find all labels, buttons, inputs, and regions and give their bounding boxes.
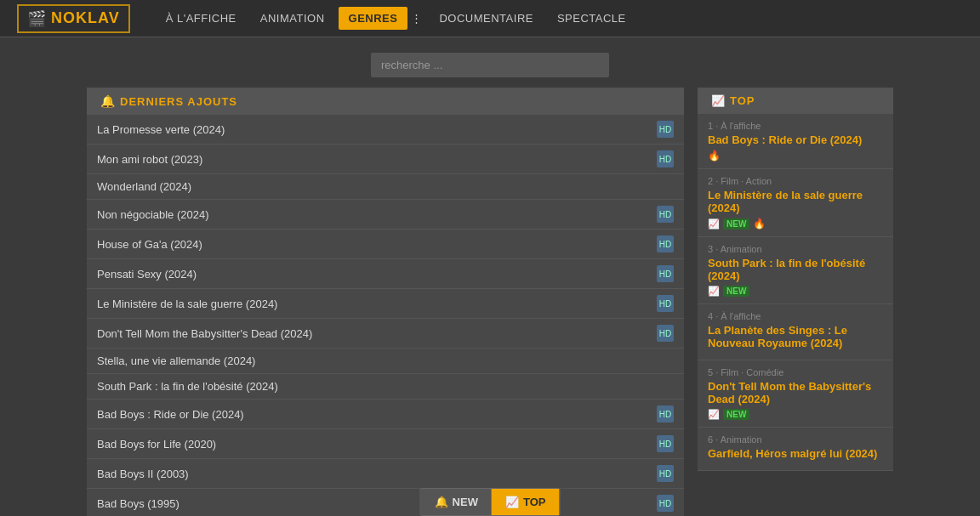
movie-title: La Promesse verte (2024) — [97, 123, 652, 136]
top-item-title: Don't Tell Mom the Babysitter's Dead (20… — [708, 380, 883, 405]
nav-link-animation[interactable]: ANIMATION — [250, 7, 335, 30]
top-item-title: South Park : la fin de l'obésité (2024) — [708, 257, 883, 282]
fire-icon: 🔥 — [708, 150, 721, 162]
list-item[interactable]: Wonderland (2024) — [87, 174, 684, 200]
nav-item-documentaire[interactable]: DOCUMENTAIRE — [429, 7, 543, 30]
hd-badge: HD — [657, 325, 674, 342]
hd-badge: HD — [657, 235, 674, 252]
top-item[interactable]: 3 · Animation South Park : la fin de l'o… — [698, 237, 893, 304]
hd-badge: HD — [657, 465, 674, 482]
trending-icon: 📈 — [711, 94, 725, 107]
nav-item-genres[interactable]: GENRES ⋮ — [339, 7, 426, 30]
nav-link-affiche[interactable]: À L'AFFICHE — [156, 7, 247, 30]
top-item[interactable]: 5 · Film · Comédie Don't Tell Mom the Ba… — [698, 360, 893, 428]
top-item-badges: 📈NEW — [708, 409, 883, 420]
navbar: 🎬 NOKLAV À L'AFFICHE ANIMATION GENRES ⋮ … — [0, 0, 980, 37]
nav-link-genres[interactable]: GENRES — [339, 7, 408, 30]
movie-title: Bad Boys (1995) — [97, 497, 652, 510]
derniers-ajouts-panel: 🔔 DERNIERS AJOUTS La Promesse verte (202… — [87, 88, 684, 516]
top-item-badges: 📈NEW🔥 — [708, 218, 883, 230]
fire-icon: 🔥 — [753, 218, 766, 230]
list-item[interactable]: Don't Tell Mom the Babysitter's Dead (20… — [87, 319, 684, 349]
list-item[interactable]: Mon ami robot (2023) HD — [87, 145, 684, 174]
new-badge: NEW — [723, 286, 749, 297]
arrow-icon: 📈 — [708, 286, 720, 297]
top-item-meta: 4 · À l'affiche — [708, 311, 883, 321]
list-item[interactable]: Pensati Sexy (2024) HD — [87, 259, 684, 289]
hd-badge: HD — [657, 405, 674, 422]
list-item[interactable]: Bad Boys : Ride or Die (2024) HD — [87, 400, 684, 429]
movie-title: Don't Tell Mom the Babysitter's Dead (20… — [97, 327, 652, 340]
list-item[interactable]: Bad Boys II (2003) HD — [87, 459, 684, 489]
hd-badge: HD — [657, 121, 674, 138]
list-item[interactable]: Bad Boys (1995) HD — [87, 489, 684, 516]
list-item[interactable]: Stella, une vie allemande (2024) — [87, 349, 684, 374]
list-item[interactable]: Bad Boys for Life (2020) HD — [87, 429, 684, 459]
top-item-meta: 3 · Animation — [708, 244, 883, 254]
bottom-top-button[interactable]: 📈 TOP — [492, 489, 560, 515]
derniers-ajouts-header: 🔔 DERNIERS AJOUTS — [87, 88, 684, 115]
top-list: 1 · À l'affiche Bad Boys : Ride or Die (… — [698, 114, 893, 471]
derniers-ajouts-title: DERNIERS AJOUTS — [120, 95, 237, 108]
top-item[interactable]: 4 · À l'affiche La Planète des Singes : … — [698, 304, 893, 360]
movie-title: Bad Boys : Ride or Die (2024) — [97, 408, 652, 421]
movie-list: La Promesse verte (2024) HD Mon ami robo… — [87, 115, 684, 516]
hd-badge: HD — [657, 150, 674, 167]
logo-text: NOKLAV — [51, 9, 120, 27]
top-title: TOP — [730, 94, 755, 107]
hd-badge: HD — [657, 495, 674, 512]
top-item[interactable]: 6 · Animation Garfield, Héros malgré lui… — [698, 428, 893, 471]
logo-icon: 🎬 — [27, 9, 46, 28]
list-item[interactable]: La Promesse verte (2024) HD — [87, 115, 684, 145]
hd-badge: HD — [657, 265, 674, 282]
top-item-meta: 1 · À l'affiche — [708, 121, 883, 131]
movie-title: South Park : la fin de l'obésité (2024) — [97, 380, 674, 393]
top-item-title: La Planète des Singes : Le Nouveau Royau… — [708, 324, 883, 349]
genres-dots-icon[interactable]: ⋮ — [407, 7, 425, 30]
movie-title: Pensati Sexy (2024) — [97, 268, 652, 281]
top-item[interactable]: 1 · À l'affiche Bad Boys : Ride or Die (… — [698, 114, 893, 169]
new-badge: NEW — [723, 409, 749, 420]
movie-title: Mon ami robot (2023) — [97, 153, 652, 166]
top-panel: 📈 TOP 1 · À l'affiche Bad Boys : Ride or… — [698, 88, 893, 516]
movie-title: Le Ministère de la sale guerre (2024) — [97, 298, 652, 310]
list-item[interactable]: South Park : la fin de l'obésité (2024) — [87, 374, 684, 400]
new-badge: NEW — [723, 218, 749, 230]
search-container — [0, 37, 980, 88]
bottom-trending-icon: 📈 — [505, 496, 519, 508]
nav-item-spectacle[interactable]: SPECTACLE — [547, 7, 636, 30]
hd-badge: HD — [657, 435, 674, 452]
main-content: 🔔 DERNIERS AJOUTS La Promesse verte (202… — [73, 88, 907, 516]
bottom-bar: 🔔 NEW 📈 TOP — [420, 488, 561, 516]
nav-item-affiche[interactable]: À L'AFFICHE — [156, 7, 247, 30]
bell-icon: 🔔 — [100, 94, 115, 108]
hd-badge: HD — [657, 295, 674, 312]
hd-badge: HD — [657, 206, 674, 223]
movie-title: Bad Boys for Life (2020) — [97, 438, 652, 451]
movie-title: Bad Boys II (2003) — [97, 468, 652, 480]
top-item-title: Bad Boys : Ride or Die (2024) — [708, 133, 883, 146]
list-item[interactable]: Non négociable (2024) HD — [87, 200, 684, 230]
top-item-meta: 2 · Film · Action — [708, 176, 883, 186]
logo[interactable]: 🎬 NOKLAV — [17, 4, 130, 33]
search-input[interactable] — [371, 53, 609, 77]
top-item-badges: 🔥 — [708, 150, 883, 162]
bottom-top-label: TOP — [523, 496, 546, 508]
top-item-badges: 📈NEW — [708, 286, 883, 297]
top-item[interactable]: 2 · Film · Action Le Ministère de la sal… — [698, 169, 893, 237]
bottom-new-label: NEW — [453, 496, 478, 508]
top-item-meta: 5 · Film · Comédie — [708, 367, 883, 377]
movie-title: House of Ga'a (2024) — [97, 238, 652, 251]
movie-title: Wonderland (2024) — [97, 180, 674, 193]
list-item[interactable]: Le Ministère de la sale guerre (2024) HD — [87, 289, 684, 319]
arrow-icon: 📈 — [708, 409, 720, 420]
movie-title: Stella, une vie allemande (2024) — [97, 354, 674, 367]
bottom-bell-icon: 🔔 — [435, 496, 448, 508]
nav-item-animation[interactable]: ANIMATION — [250, 7, 335, 30]
bottom-new-button[interactable]: 🔔 NEW — [421, 489, 492, 515]
list-item[interactable]: House of Ga'a (2024) HD — [87, 230, 684, 259]
top-item-meta: 6 · Animation — [708, 434, 883, 445]
nav-link-spectacle[interactable]: SPECTACLE — [547, 7, 636, 30]
nav-link-documentaire[interactable]: DOCUMENTAIRE — [429, 7, 543, 30]
movie-title: Non négociable (2024) — [97, 208, 652, 221]
